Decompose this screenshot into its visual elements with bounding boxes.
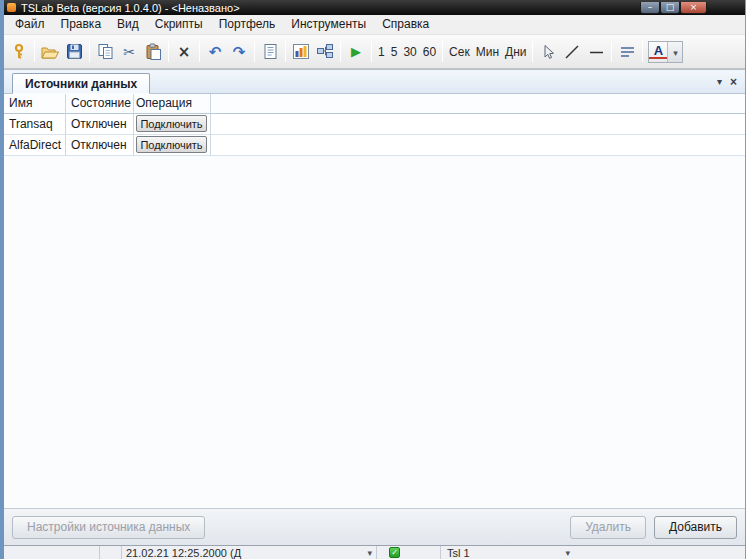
strategy-button[interactable] [313,39,337,65]
chevron-down-icon: ▾ [565,548,570,558]
undo-button[interactable]: ↶ [203,39,227,65]
maximize-button[interactable]: □ [660,2,680,14]
key-icon [10,43,28,61]
panel-controls: ▾ × [717,77,737,87]
menu-item-file[interactable]: Файл [7,15,53,34]
run-button[interactable]: ▶ [344,39,368,65]
align-lines-button[interactable] [615,39,639,65]
tslab-window: TSLab Beta (версия 1.0.4.0) - <Неназвано… [0,0,746,559]
source-name-cell: AlfaDirect [4,135,66,156]
toolbar-separator [611,41,612,62]
interval-value: Tsl 1 [447,547,470,559]
trend-line-icon [564,44,580,60]
copy-button[interactable] [93,39,117,65]
close-button[interactable]: × [680,2,707,14]
timeframe-30-button[interactable]: 30 [400,39,419,65]
title-bar[interactable]: TSLab Beta (версия 1.0.4.0) - <Неназвано… [4,0,745,15]
minimize-icon: – [648,2,653,12]
chevron-down-icon: ▾ [367,548,372,558]
date-range-combo[interactable]: 21.02.21 12:25.2000 (Д ▾ [122,546,377,559]
connection-indicator-icon: ✓ [389,547,400,558]
label-style-combo[interactable]: A ▾ [648,41,683,63]
delete-button-toolbar[interactable]: × [172,39,196,65]
toolbar-separator [642,41,643,62]
row-filler-cell [211,135,745,156]
window-title: TSLab Beta (версия 1.0.4.0) - <Неназвано… [21,1,240,15]
toolbar-separator [254,41,255,62]
undo-icon: ↶ [209,45,222,59]
toolbar-separator [168,41,169,62]
data-sources-panel: Имя Состояние Операция Transaq Отключен … [4,94,745,508]
table-header-row: Имя Состояние Операция [4,94,745,114]
status-cell [4,546,100,559]
delete-icon: × [178,45,191,59]
redo-button[interactable]: ↷ [227,39,251,65]
open-folder-icon [41,44,59,60]
unit-seconds-button[interactable]: Сек [446,39,473,65]
column-header-state[interactable]: Состояние [66,94,134,114]
key-button[interactable] [7,39,31,65]
timeframe-5-button[interactable]: 5 [388,39,401,65]
open-button[interactable] [38,39,62,65]
save-button[interactable] [62,39,86,65]
tab-strip: Источники данных ▾ × [4,69,745,94]
chart-button[interactable] [289,39,313,65]
source-name-cell: Transaq [4,114,66,135]
menu-item-view[interactable]: Вид [109,15,147,34]
toolbar-separator [34,41,35,62]
menu-item-portfolio[interactable]: Портфель [211,15,284,34]
footer-bar: Настройки источника данных Удалить Добав… [4,508,745,545]
window-list-icon[interactable]: ▾ [717,77,722,87]
status-cell [576,546,745,559]
strategy-icon [316,43,334,60]
toolbar: ✂ × ↶ ↷ [4,35,745,69]
source-state-cell: Отключен [66,114,134,135]
panel-close-icon[interactable]: × [730,77,737,87]
datasource-settings-button[interactable]: Настройки источника данных [12,516,205,539]
status-gap [377,546,389,559]
cursor-button[interactable] [536,39,560,65]
toolbar-separator [340,41,341,62]
menu-item-scripts[interactable]: Скрипты [147,15,211,34]
chart-icon [292,43,310,60]
timeframe-60-button[interactable]: 60 [420,39,439,65]
source-operation-cell: Подключить [134,135,211,156]
toolbar-separator [371,41,372,62]
column-header-operation[interactable]: Операция [134,94,211,114]
delete-button[interactable]: Удалить [570,516,646,539]
menu-item-tools[interactable]: Инструменты [283,15,374,34]
label-style-dropdown[interactable]: ▾ [667,42,682,62]
source-state-cell: Отключен [66,135,134,156]
table-row[interactable]: AlfaDirect Отключен Подключить [4,135,745,156]
menu-item-help[interactable]: Справка [374,15,437,34]
redo-icon: ↷ [233,45,246,59]
minimize-button[interactable]: – [640,2,660,14]
table-row[interactable]: Transaq Отключен Подключить [4,114,745,135]
align-lines-icon [619,44,636,60]
trend-line-button[interactable] [560,39,584,65]
date-range-value: 21.02.21 12:25.2000 (Д [126,547,363,559]
cursor-icon [540,44,556,60]
column-header-empty [211,94,745,114]
timeframe-1-button[interactable]: 1 [375,39,388,65]
script-editor-button[interactable] [258,39,282,65]
add-button[interactable]: Добавить [654,516,737,539]
toolbar-separator [442,41,443,62]
close-icon: × [690,2,698,12]
toolbar-separator [285,41,286,62]
horizontal-line-button[interactable] [584,39,608,65]
unit-minutes-button[interactable]: Мин [473,39,502,65]
unit-days-button[interactable]: Дни [502,39,529,65]
play-icon: ▶ [351,44,361,59]
paste-button[interactable] [141,39,165,65]
cut-button[interactable]: ✂ [117,39,141,65]
interval-combo[interactable]: Tsl 1 ▾ [440,546,576,559]
column-header-name[interactable]: Имя [4,94,66,114]
connect-button[interactable]: Подключить [136,115,207,132]
save-icon [66,43,83,60]
row-filler-cell [211,114,745,135]
connect-button[interactable]: Подключить [136,136,207,153]
tab-data-sources[interactable]: Источники данных [12,73,150,94]
menu-item-edit[interactable]: Правка [53,15,110,34]
data-sources-table: Имя Состояние Операция Transaq Отключен … [4,94,745,156]
